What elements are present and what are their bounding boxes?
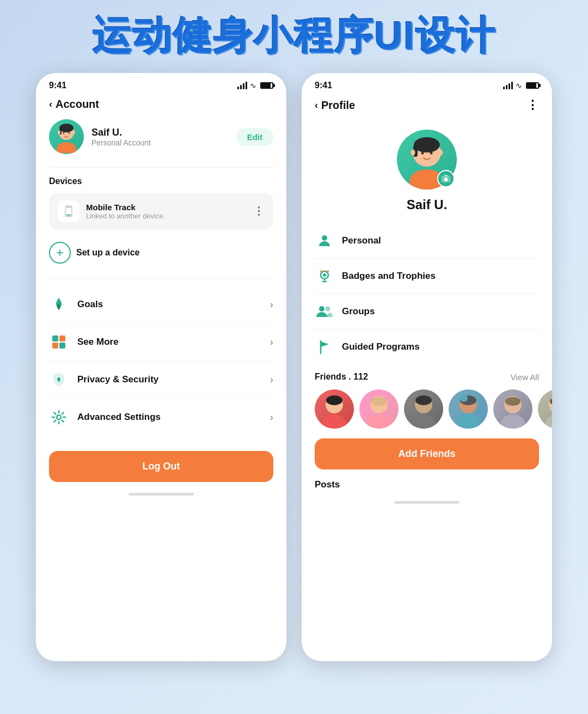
svg-point-28 [444,178,448,181]
menu-item-advanced[interactable]: Advanced Settings › [49,399,273,436]
svg-rect-9 [67,207,70,208]
account-content: Saif U. Personal Account Edit Devices [36,119,286,482]
phone-icon [63,205,75,217]
friend-avatar-1[interactable] [315,389,354,429]
see-more-chevron-icon: › [270,337,273,348]
profile-back-button[interactable]: ‹ Profile [315,99,355,112]
account-back-button[interactable]: ‹ Account [49,98,99,111]
svg-point-39 [326,395,342,405]
wifi-icon: ∿ [250,81,256,90]
friend-avatar-5[interactable] [493,389,532,429]
advanced-settings-label: Advanced Settings [77,412,161,423]
groups-label: Groups [342,306,375,317]
privacy-chevron-icon: › [270,374,273,386]
camera-icon [441,174,451,183]
svg-point-56 [546,414,552,429]
profile-menu-badges[interactable]: Badges and Trophies [315,259,539,294]
menu-item-privacy-left: Privacy & Security [49,370,158,389]
friends-count: Friends . 112 [315,372,368,382]
groups-icon [315,302,334,321]
svg-point-25 [411,150,415,156]
profile-menu-groups[interactable]: Groups [315,294,539,329]
svg-point-20 [414,137,440,152]
svg-point-30 [322,235,327,241]
goals-label: Goals [77,299,103,310]
wifi-icon-profile: ∿ [516,81,522,90]
settings-icon [49,407,69,427]
svg-point-52 [505,397,520,406]
logout-button[interactable]: Log Out [49,451,273,482]
profile-menu-guided[interactable]: Guided Programs [315,329,539,364]
bottom-indicator [36,482,286,504]
account-phone: 9:41 ∿ ‹ Account [36,73,286,661]
privacy-label: Privacy & Security [77,374,158,385]
home-bar [128,493,194,496]
profile-menu-personal[interactable]: Personal [315,223,539,259]
device-icon-box [58,200,79,222]
view-all-link[interactable]: View All [511,373,539,382]
back-chevron-icon: ‹ [49,99,52,110]
svg-point-3 [57,142,76,153]
menu-item-privacy[interactable]: Privacy & Security › [49,361,273,398]
app-title: 运动健身小程序UI设计 [11,10,577,62]
user-details: Saif U. Personal Account [91,127,151,147]
account-title: Account [56,98,99,111]
svg-point-49 [460,394,468,402]
svg-point-4 [63,132,65,134]
profile-content: Saif U. Personal [302,121,552,490]
signal-icon-profile [503,82,513,89]
setup-device-label: Set up a device [76,248,140,258]
svg-point-26 [439,150,443,156]
svg-rect-10 [66,215,71,216]
user-account-type: Personal Account [91,138,151,147]
profile-menu: Personal Badges and [315,223,539,364]
device-subtitle: Linked to another device. [86,212,165,220]
friend-avatar-3[interactable] [404,389,443,429]
svg-rect-14 [52,343,58,349]
menu-item-goals[interactable]: Goals › [49,286,273,323]
friend-avatar-6[interactable] [538,389,552,429]
status-bar-profile: 9:41 ∿ [302,73,552,94]
device-more-icon[interactable]: ⋯ [253,206,266,217]
svg-point-54 [549,396,552,413]
svg-point-42 [371,397,387,406]
account-nav-header: ‹ Account [36,94,286,119]
friends-header: Friends . 112 View All [315,372,539,382]
device-info: Mobile Track Linked to another device. [58,200,165,222]
shield-icon [49,370,69,389]
device-name: Mobile Track [86,203,165,212]
friend-avatar-2[interactable] [359,389,399,429]
signal-icon [237,82,247,89]
svg-point-18 [57,415,61,419]
status-time-account: 9:41 [49,81,66,90]
svg-point-32 [323,273,326,277]
svg-point-40 [322,414,346,429]
status-bar-account: 9:41 ∿ [36,73,286,94]
battery-icon-profile [526,82,539,89]
add-friends-button[interactable]: Add Friends [315,438,539,469]
trophy-icon [315,266,334,286]
profile-bottom-indicator [302,490,552,512]
setup-device-button[interactable]: + Set up a device [49,235,273,270]
friend-avatar-4[interactable] [449,389,488,429]
device-text: Mobile Track Linked to another device. [86,203,165,220]
svg-point-35 [319,306,324,312]
user-card: Saif U. Personal Account Edit [49,119,273,154]
posts-label: Posts [315,479,340,490]
profile-phone: 9:41 ∿ ‹ Profile ⋮ [302,73,552,661]
svg-rect-12 [52,335,58,341]
edit-button[interactable]: Edit [236,128,273,146]
svg-point-6 [58,131,60,135]
person-icon [315,231,334,251]
svg-rect-17 [58,379,60,382]
svg-point-46 [412,414,436,429]
svg-point-36 [326,307,330,312]
svg-point-5 [69,132,70,134]
device-card[interactable]: Mobile Track Linked to another device. ⋯ [49,193,273,230]
svg-point-45 [415,395,432,405]
profile-more-button[interactable]: ⋮ [526,98,539,112]
see-more-label: See More [77,337,119,347]
menu-item-see-more[interactable]: See More › [49,324,273,361]
posts-section: Posts [315,479,539,490]
camera-badge[interactable] [437,170,455,187]
